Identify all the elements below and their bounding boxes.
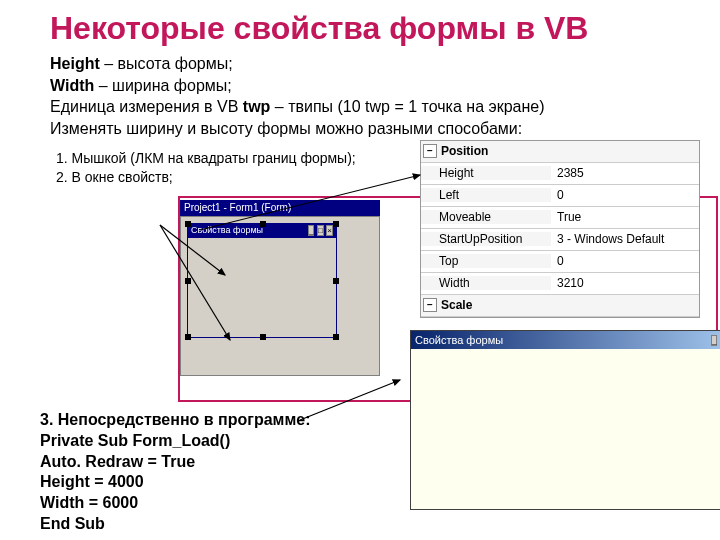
properties-category-position[interactable]: − Position — [421, 141, 699, 163]
property-value[interactable]: 3210 — [551, 276, 699, 290]
property-row: Moveable True — [421, 207, 699, 229]
runtime-body — [411, 349, 720, 509]
runtime-window: Свойства формы _ □ × — [410, 330, 720, 510]
form-designer-window: Project1 - Form1 (Form) Свойства формы _… — [180, 200, 380, 380]
resize-handle[interactable] — [185, 278, 191, 284]
resize-handle[interactable] — [333, 334, 339, 340]
collapse-icon[interactable]: − — [423, 298, 437, 312]
runtime-window-buttons: _ □ × — [711, 333, 720, 346]
property-name: Height — [421, 166, 551, 180]
minimize-button[interactable]: _ — [711, 335, 717, 346]
properties-panel: − Position Height 2385 Left 0 Moveable T… — [420, 140, 700, 318]
property-value[interactable]: 0 — [551, 254, 699, 268]
intro-text: Height – высота формы; Width – ширина фо… — [50, 53, 700, 139]
resize-handle[interactable] — [185, 221, 191, 227]
resize-handle[interactable] — [333, 221, 339, 227]
minimize-button[interactable]: _ — [308, 225, 314, 236]
resize-handle[interactable] — [185, 334, 191, 340]
property-row: Height 2385 — [421, 163, 699, 185]
maximize-button[interactable]: □ — [317, 225, 324, 236]
property-row: Top 0 — [421, 251, 699, 273]
designer-client-area: Свойства формы _ □ × — [180, 216, 380, 376]
resize-handle[interactable] — [260, 221, 266, 227]
property-value[interactable]: True — [551, 210, 699, 224]
property-name: Width — [421, 276, 551, 290]
term-height: Height — [50, 55, 100, 72]
property-value[interactable]: 3 - Windows Default — [551, 232, 699, 246]
vb-screenshot-area: Project1 - Form1 (Form) Свойства формы _… — [50, 190, 690, 410]
resize-handle[interactable] — [260, 334, 266, 340]
method-3-code: 3. Непосредственно в программе: Private … — [40, 410, 311, 535]
property-name: StartUpPosition — [421, 232, 551, 246]
collapse-icon[interactable]: − — [423, 144, 437, 158]
property-row: StartUpPosition 3 - Windows Default — [421, 229, 699, 251]
property-row: Width 3210 — [421, 273, 699, 295]
form-window-buttons: _ □ × — [308, 225, 333, 237]
term-width: Width — [50, 77, 94, 94]
term-twp: twp — [243, 98, 271, 115]
property-name: Left — [421, 188, 551, 202]
runtime-titlebar: Свойства формы _ □ × — [411, 331, 720, 349]
property-name: Moveable — [421, 210, 551, 224]
resize-handle[interactable] — [333, 278, 339, 284]
properties-category-scale[interactable]: − Scale — [421, 295, 699, 317]
form-window[interactable]: Свойства формы _ □ × — [187, 223, 337, 338]
form-title: Свойства формы — [191, 225, 263, 237]
designer-titlebar: Project1 - Form1 (Form) — [180, 200, 380, 216]
slide-title: Некоторые свойства формы в VB — [50, 10, 700, 47]
property-value[interactable]: 2385 — [551, 166, 699, 180]
close-button[interactable]: × — [326, 225, 333, 236]
method-1-2-text: 1. Мышкой (ЛКМ на квадраты границ формы)… — [56, 149, 356, 185]
property-value[interactable]: 0 — [551, 188, 699, 202]
property-name: Top — [421, 254, 551, 268]
designer-title: Project1 - Form1 (Form) — [184, 202, 291, 213]
property-row: Left 0 — [421, 185, 699, 207]
form-body-grid — [188, 238, 336, 336]
runtime-title: Свойства формы — [415, 334, 503, 346]
